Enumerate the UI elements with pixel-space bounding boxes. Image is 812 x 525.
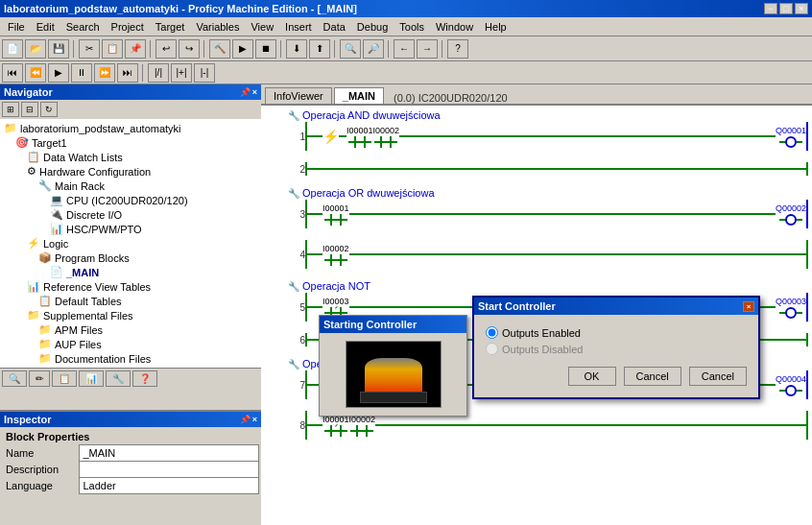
tab-breadcrumb: (0.0) IC200UDR020/120: [394, 92, 508, 104]
close-button[interactable]: ×: [795, 3, 808, 14]
outputs-enabled-option[interactable]: Outputs Enabled: [486, 326, 747, 339]
nav-tree-item-6[interactable]: 🔌Discrete I/O: [2, 207, 259, 222]
download-button[interactable]: ⬇: [286, 39, 307, 59]
first-button[interactable]: ⏮: [2, 63, 23, 83]
tree-item-icon-16: 📁: [38, 352, 52, 365]
start-radio-group: Outputs Enabled Outputs Disabled: [486, 326, 747, 355]
start-cancel-button[interactable]: Cancel: [624, 367, 681, 386]
inspector-close[interactable]: ×: [252, 415, 257, 424]
main-cancel-button[interactable]: Cancel: [689, 367, 747, 386]
save-button[interactable]: 💾: [48, 39, 69, 59]
nav-tree-item-0[interactable]: 📁laboratorium_podstaw_automatyki: [2, 121, 259, 135]
zoom-in-button[interactable]: 🔍: [340, 39, 361, 59]
outputs-enabled-radio[interactable]: [486, 326, 498, 339]
rung-1-label: 🔧 Operacja AND dwuwejściowa: [288, 109, 808, 121]
cut-button[interactable]: ✂: [79, 39, 100, 59]
nav-tool-1[interactable]: ⊞: [2, 102, 19, 117]
open-button[interactable]: 📂: [25, 39, 46, 59]
prop-desc-row: Description: [2, 462, 259, 478]
copy-button[interactable]: 📋: [102, 39, 123, 59]
menu-item-tools[interactable]: Tools: [394, 19, 430, 35]
nav-tree-item-15[interactable]: 📁AUP Files: [2, 337, 259, 351]
menu-item-window[interactable]: Window: [430, 19, 479, 35]
prev-button[interactable]: ⏪: [25, 63, 46, 83]
play-button[interactable]: ▶: [48, 63, 69, 83]
nav-btn-5[interactable]: 🔧: [106, 370, 131, 387]
help-button[interactable]: ?: [447, 39, 468, 59]
stop-button[interactable]: ⏹: [255, 39, 276, 59]
nav-tree-item-11[interactable]: 📊Reference View Tables: [2, 279, 259, 294]
menu-item-view[interactable]: View: [245, 19, 279, 35]
rung-btn2[interactable]: |+|: [171, 63, 192, 83]
menu-item-variables[interactable]: Variables: [190, 19, 245, 35]
menu-item-debug[interactable]: Debug: [351, 19, 394, 35]
start-controller-dialog[interactable]: Start Controller × Outputs Enabled Outpu: [472, 296, 760, 399]
menu-item-help[interactable]: Help: [479, 19, 513, 35]
nav-tree-item-1[interactable]: 🎯Target1: [2, 135, 259, 150]
nav-tree-item-13[interactable]: 📁Supplemental Files: [2, 308, 259, 322]
nav-tree-item-4[interactable]: 🔧Main Rack: [2, 179, 259, 193]
nav-tree-item-10[interactable]: 📄_MAIN: [2, 265, 259, 279]
paste-button[interactable]: 📌: [125, 39, 146, 59]
menu-item-file[interactable]: File: [2, 19, 31, 35]
nav-tree-item-8[interactable]: ⚡Logic: [2, 236, 259, 251]
nav-tree-item-12[interactable]: 📋Default Tables: [2, 294, 259, 308]
nav-btn-2[interactable]: ✏: [29, 370, 50, 387]
tree-item-label-8: Logic: [43, 238, 68, 250]
minimize-button[interactable]: −: [764, 3, 777, 14]
menu-item-data[interactable]: Data: [318, 19, 351, 35]
nav-btn-1[interactable]: 🔍: [2, 370, 27, 387]
nav-tree-item-16[interactable]: 📁Documentation Files: [2, 351, 259, 366]
run-button[interactable]: ▶: [232, 39, 253, 59]
undo-button[interactable]: ↩: [155, 39, 177, 59]
tab-main[interactable]: _MAIN: [334, 87, 384, 104]
back-button[interactable]: ←: [394, 39, 415, 59]
rung-btn3[interactable]: |-|: [194, 63, 215, 83]
nav-tree-item-3[interactable]: ⚙Hardware Configuration: [2, 164, 259, 179]
redo-button[interactable]: ↪: [179, 39, 200, 59]
start-ok-button[interactable]: OK: [568, 367, 616, 386]
starting-controller-image: [346, 341, 442, 408]
nav-btn-6[interactable]: ❓: [132, 370, 157, 387]
navigator-pin[interactable]: 📌: [240, 87, 251, 97]
new-button[interactable]: 📄: [2, 39, 23, 59]
menu-item-project[interactable]: Project: [106, 19, 150, 35]
tab-bar: InfoViewer _MAIN (0.0) IC200UDR020/120: [261, 84, 812, 106]
menu-item-insert[interactable]: Insert: [279, 19, 318, 35]
coil-q00002: Q00002: [776, 203, 806, 226]
pause-button[interactable]: ⏸: [71, 63, 92, 83]
nav-tool-2[interactable]: ⊟: [21, 102, 38, 117]
rung-1-wire: 1 ⚡ I00001: [288, 122, 808, 151]
menu-item-edit[interactable]: Edit: [31, 19, 60, 35]
maximize-button[interactable]: □: [779, 3, 793, 14]
sep5: [334, 40, 336, 58]
zoom-out-button[interactable]: 🔎: [363, 39, 384, 59]
outputs-enabled-label: Outputs Enabled: [502, 327, 581, 339]
tab-infoviewer[interactable]: InfoViewer: [265, 87, 332, 104]
tree-item-icon-14: 📁: [38, 323, 52, 336]
sep3: [203, 40, 205, 58]
nav-tool-3[interactable]: ↻: [40, 102, 58, 117]
inspector-pin[interactable]: 📌: [240, 415, 251, 424]
menu-item-target[interactable]: Target: [150, 19, 191, 35]
next-button[interactable]: ⏩: [94, 63, 115, 83]
upload-button[interactable]: ⬆: [309, 39, 330, 59]
nav-btn-4[interactable]: 📊: [79, 370, 104, 387]
tree-item-icon-12: 📋: [38, 295, 52, 307]
last-button[interactable]: ⏭: [117, 63, 138, 83]
start-controller-close[interactable]: ×: [743, 301, 754, 312]
navigator-close[interactable]: ×: [252, 87, 257, 97]
nav-btn-3[interactable]: 📋: [52, 370, 77, 387]
nav-tree-item-9[interactable]: 📦Program Blocks: [2, 251, 259, 265]
forward-button[interactable]: →: [417, 39, 438, 59]
nav-tree-item-5[interactable]: 💻CPU (IC200UDR020/120): [2, 193, 259, 207]
rung-btn1[interactable]: |/|: [148, 63, 169, 83]
build-button[interactable]: 🔨: [209, 39, 230, 59]
menu-item-search[interactable]: Search: [60, 19, 106, 35]
nav-tree-item-14[interactable]: 📁APM Files: [2, 322, 259, 337]
nav-tree-item-2[interactable]: 📋Data Watch Lists: [2, 150, 259, 164]
title-buttons: − □ ×: [764, 3, 808, 14]
nav-tree-item-7[interactable]: 📊HSC/PWM/PTO: [2, 222, 259, 236]
outputs-disabled-label: Outputs Disabled: [502, 344, 583, 355]
navigator-title: Navigator: [4, 86, 53, 98]
